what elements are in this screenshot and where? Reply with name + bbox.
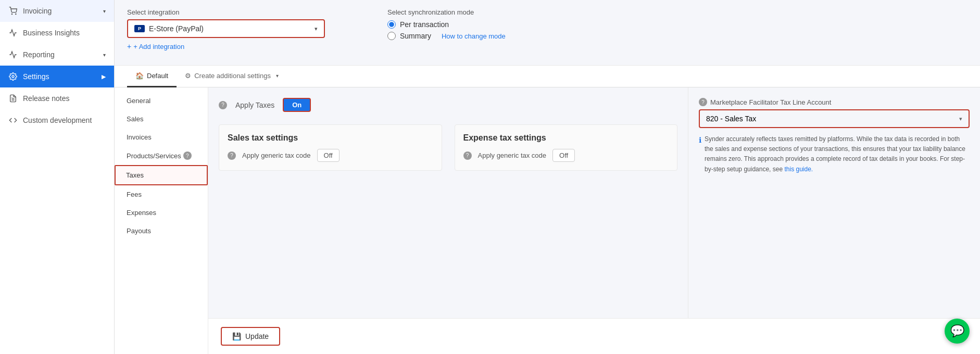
tab-default[interactable]: 🏠 Default <box>127 66 177 87</box>
notes-icon <box>8 94 18 103</box>
sales-label: Sales <box>127 115 144 123</box>
update-button[interactable]: 💾 Update <box>221 327 280 346</box>
sync-mode-section: Select synchronization mode Per transact… <box>387 8 968 43</box>
sidebar-item-label: Reporting <box>23 50 55 59</box>
left-nav-expenses[interactable]: Expenses <box>115 204 208 222</box>
sales-tax-title: Sales tax settings <box>228 133 433 143</box>
expense-tax-toggle[interactable]: Off <box>552 149 575 162</box>
fab-button[interactable]: 💬 <box>945 319 970 344</box>
marketplace-section: ? Marketplace Facilitator Tax Line Accou… <box>699 98 970 174</box>
apply-taxes-label: Apply Taxes <box>235 101 274 109</box>
marketplace-select-wrapper: 820 - Sales Tax 810 - Tax Payable ▾ <box>699 109 970 128</box>
gear-icon <box>8 72 18 81</box>
tax-cards: Sales tax settings ? Apply generic tax c… <box>219 124 677 171</box>
apply-taxes-info-icon[interactable]: ? <box>219 101 227 109</box>
chevron-tab-icon: ▾ <box>276 73 279 79</box>
paypal-icon: P <box>134 25 145 32</box>
code-icon <box>8 116 18 125</box>
content-area: General Sales Invoices Products/Services… <box>115 87 980 354</box>
left-nav-general[interactable]: General <box>115 92 208 110</box>
add-integration-label: + Add integration <box>133 43 184 50</box>
guide-link[interactable]: this guide. <box>784 166 813 173</box>
expense-tax-info-icon[interactable]: ? <box>463 151 472 160</box>
radio-summary[interactable]: Summary How to change mode <box>387 32 968 40</box>
info-box: ℹ Synder accurately reflects taxes remit… <box>699 134 970 174</box>
select-chevron-icon: ▾ <box>315 26 318 32</box>
marketplace-select[interactable]: 820 - Sales Tax 810 - Tax Payable <box>700 110 969 127</box>
left-nav-sales[interactable]: Sales <box>115 110 208 128</box>
sidebar-item-release-notes[interactable]: Release notes <box>0 87 114 109</box>
sales-tax-card: Sales tax settings ? Apply generic tax c… <box>219 124 442 171</box>
right-settings-area: ? Apply Taxes On Sales tax settings ? Ap… <box>208 87 980 354</box>
left-nav-fees[interactable]: Fees <box>115 185 208 204</box>
info-circle-icon: ℹ <box>699 135 701 174</box>
sidebar: Invoicing ▾ Business Insights Reporting … <box>0 0 115 354</box>
sidebar-item-label: Custom development <box>23 116 92 124</box>
info-text: Synder accurately reflects taxes remitte… <box>705 134 970 174</box>
expense-tax-row: ? Apply generic tax code Off <box>463 149 669 162</box>
sidebar-item-label: Settings <box>23 72 49 81</box>
left-nav-invoices[interactable]: Invoices <box>115 128 208 146</box>
sidebar-item-label: Release notes <box>23 94 70 103</box>
integration-select-box[interactable]: P E-Store (PayPal) ▾ <box>127 19 325 38</box>
integration-selected-value: E-Store (PayPal) <box>149 24 310 33</box>
top-section: Select integration P E-Store (PayPal) ▾ … <box>115 0 980 66</box>
marketplace-label: ? Marketplace Facilitator Tax Line Accou… <box>699 98 970 106</box>
active-arrow-icon: ▶ <box>102 73 106 80</box>
summary-label: Summary <box>400 32 431 40</box>
how-to-change-mode-link[interactable]: How to change mode <box>442 32 506 40</box>
marketplace-info-icon[interactable]: ? <box>699 98 707 106</box>
sync-mode-label: Select synchronization mode <box>387 8 968 16</box>
expense-tax-card: Expense tax settings ? Apply generic tax… <box>455 124 678 171</box>
sidebar-item-invoicing[interactable]: Invoicing ▾ <box>0 0 114 22</box>
radio-per-transaction[interactable]: Per transaction <box>387 20 968 29</box>
tab-additional-label: Create additional settings <box>194 72 271 80</box>
expense-tax-apply-label: Apply generic tax code <box>478 151 547 159</box>
integration-left: Select integration P E-Store (PayPal) ▾ … <box>127 8 367 50</box>
reporting-icon <box>8 50 18 59</box>
fees-label: Fees <box>127 191 142 198</box>
left-nav-taxes[interactable]: Taxes <box>115 165 208 185</box>
sidebar-item-reporting[interactable]: Reporting ▾ <box>0 44 114 66</box>
settings-left-col: ? Apply Taxes On Sales tax settings ? Ap… <box>208 87 688 318</box>
left-nav: General Sales Invoices Products/Services… <box>115 87 208 354</box>
sidebar-item-business-insights[interactable]: Business Insights <box>0 22 114 44</box>
products-services-label: Products/Services <box>127 152 181 160</box>
settings-right-col: ? Marketplace Facilitator Tax Line Accou… <box>688 87 980 318</box>
bottom-bar: 💾 Update <box>208 318 980 354</box>
apply-taxes-toggle[interactable]: On <box>283 98 311 112</box>
radio-input-summary[interactable] <box>387 32 396 40</box>
svg-point-0 <box>11 14 12 14</box>
plus-icon: + <box>127 42 131 50</box>
payouts-label: Payouts <box>127 227 151 235</box>
save-icon: 💾 <box>232 332 241 340</box>
tabs-bar: 🏠 Default ⚙ Create additional settings ▾ <box>115 66 980 87</box>
home-icon: 🏠 <box>135 72 144 80</box>
left-nav-products-services[interactable]: Products/Services ? <box>115 146 208 165</box>
per-transaction-label: Per transaction <box>400 20 449 29</box>
sales-tax-apply-label: Apply generic tax code <box>242 151 311 159</box>
insights-icon <box>8 28 18 37</box>
sidebar-item-custom-development[interactable]: Custom development <box>0 109 114 131</box>
general-label: General <box>127 97 150 105</box>
gear-tab-icon: ⚙ <box>185 72 191 80</box>
radio-input-per-transaction[interactable] <box>387 20 396 29</box>
sidebar-item-label: Business Insights <box>23 29 80 37</box>
update-label: Update <box>245 332 269 340</box>
main-area: Select integration P E-Store (PayPal) ▾ … <box>115 0 980 354</box>
products-services-info-icon[interactable]: ? <box>183 151 192 160</box>
cart-icon <box>8 6 18 16</box>
left-nav-payouts[interactable]: Payouts <box>115 222 208 240</box>
sales-tax-info-icon[interactable]: ? <box>228 151 236 160</box>
chevron-down-icon: ▾ <box>103 8 106 14</box>
tab-create-additional[interactable]: ⚙ Create additional settings ▾ <box>177 66 287 87</box>
sales-tax-toggle[interactable]: Off <box>317 149 340 162</box>
apply-taxes-row: ? Apply Taxes On <box>219 98 677 112</box>
svg-point-1 <box>16 14 16 14</box>
svg-point-2 <box>12 75 14 78</box>
add-integration-link[interactable]: + + Add integration <box>127 42 367 50</box>
expense-tax-title: Expense tax settings <box>463 133 669 143</box>
select-integration-label: Select integration <box>127 8 367 16</box>
sidebar-item-settings[interactable]: Settings ▶ <box>0 66 114 87</box>
sidebar-item-label: Invoicing <box>23 7 52 15</box>
